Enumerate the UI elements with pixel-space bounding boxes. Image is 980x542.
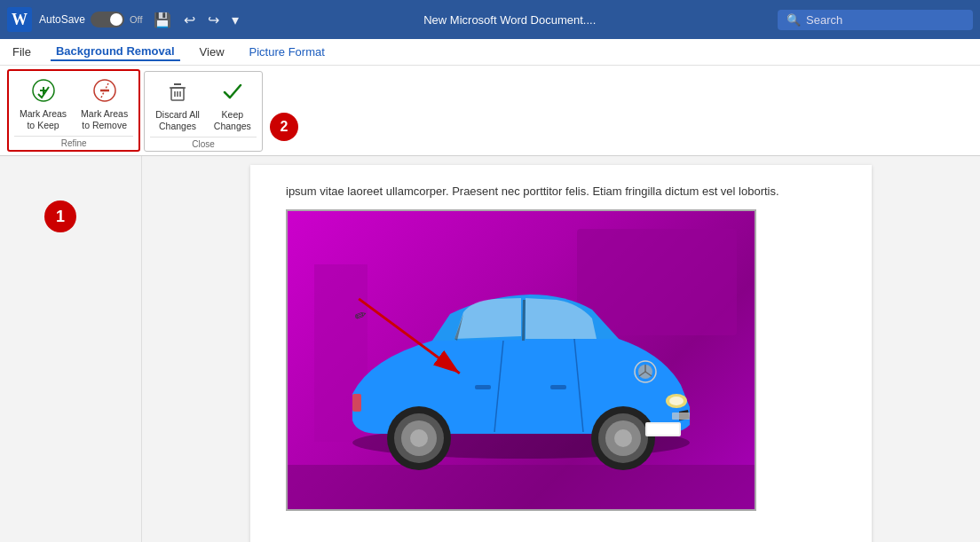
ribbon: Mark Areasto Keep Mark Areasto Remove Re… [0, 66, 980, 156]
mark-remove-icon [92, 78, 117, 106]
svg-rect-14 [672, 412, 690, 420]
document-area[interactable]: ipsum vitae laoreet ullamcorper. Praesen… [142, 156, 980, 542]
ribbon-group-close: Discard AllChanges KeepChanges Close [144, 71, 263, 152]
car-scene: ✏ [288, 211, 755, 509]
sidebar: 1 [0, 156, 142, 542]
background-removal-image[interactable]: ✏ [286, 209, 756, 511]
annotation-badge-1: 1 [44, 200, 76, 232]
svg-point-13 [669, 397, 684, 405]
svg-rect-34 [647, 424, 679, 435]
save-icon[interactable]: 💾 [150, 10, 175, 30]
keep-changes-label: KeepChanges [214, 109, 251, 131]
autosave-label: AutoSave [39, 13, 85, 26]
search-input[interactable]: Search [806, 13, 842, 27]
undo-icon[interactable]: ↩ [180, 10, 199, 30]
mark-areas-remove-button[interactable]: Mark Areasto Remove [75, 75, 133, 134]
menu-background-removal[interactable]: Background Removal [51, 43, 180, 61]
menu-file[interactable]: File [7, 43, 36, 60]
content-area: 1 ipsum vitae laoreet ullamcorper. Praes… [0, 156, 980, 542]
discard-all-changes-button[interactable]: Discard AllChanges [150, 75, 205, 135]
quick-access-toolbar: 💾 ↩ ↪ ▾ [150, 10, 242, 30]
toggle-state-label: Off [130, 14, 142, 25]
discard-label: Discard AllChanges [155, 109, 200, 131]
svg-rect-15 [352, 394, 361, 412]
refine-buttons: Mark Areasto Keep Mark Areasto Remove [14, 75, 133, 134]
redo-icon[interactable]: ↪ [204, 10, 223, 30]
menu-view[interactable]: View [194, 43, 230, 60]
title-bar: W AutoSave Off 💾 ↩ ↪ ▾ New Microsoft Wor… [0, 0, 980, 39]
ribbon-group-refine: Mark Areasto Keep Mark Areasto Remove Re… [7, 69, 140, 152]
search-box[interactable]: 🔍 Search [778, 10, 973, 30]
menu-picture-format[interactable]: Picture Format [244, 43, 330, 60]
svg-rect-19 [550, 385, 566, 389]
customize-icon[interactable]: ▾ [228, 10, 242, 30]
annotation-badge-2: 2 [270, 113, 298, 141]
autosave-area: AutoSave Off [39, 12, 143, 27]
document-title: New Microsoft Word Document.... [249, 13, 771, 27]
mark-keep-label: Mark Areasto Keep [20, 108, 67, 130]
mark-areas-keep-button[interactable]: Mark Areasto Keep [14, 75, 72, 134]
close-buttons: Discard AllChanges KeepChanges [150, 75, 257, 135]
close-group-label: Close [150, 137, 257, 149]
car-image [326, 270, 716, 483]
toggle-knob [110, 13, 122, 26]
keep-changes-button[interactable]: KeepChanges [209, 75, 257, 135]
document-page: ipsum vitae laoreet ullamcorper. Praesen… [250, 165, 872, 542]
svg-point-27 [410, 429, 428, 447]
mark-keep-icon [31, 78, 56, 106]
menu-bar: File Background Removal View Picture For… [0, 39, 980, 66]
svg-point-23 [614, 429, 632, 447]
svg-rect-18 [475, 385, 491, 389]
word-logo-icon: W [7, 7, 32, 32]
autosave-toggle[interactable] [91, 12, 124, 27]
search-icon: 🔍 [786, 13, 801, 27]
mark-remove-label: Mark Areasto Remove [81, 108, 128, 130]
keep-changes-icon [220, 79, 245, 107]
refine-group-label: Refine [14, 136, 133, 148]
document-text: ipsum vitae laoreet ullamcorper. Praesen… [286, 183, 836, 200]
discard-icon [165, 79, 190, 107]
